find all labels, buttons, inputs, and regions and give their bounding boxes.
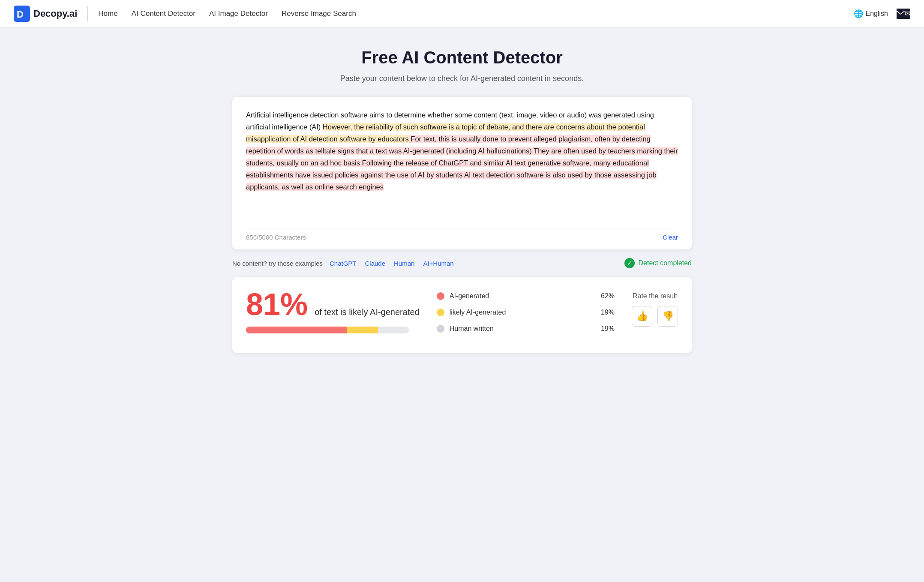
legend-label-likely: likely AI-generated <box>450 309 596 316</box>
big-percent: 81% <box>246 289 308 320</box>
example-chatgpt[interactable]: ChatGPT <box>330 260 357 267</box>
language-button[interactable]: 🌐 English <box>854 9 888 18</box>
likely-text: of text is likely AI-generated <box>315 307 420 317</box>
textarea-footer: 856/5000 Characters Clear <box>246 228 678 241</box>
progress-human-segment <box>378 327 409 333</box>
navbar-right: 🌐 English ✉ <box>854 9 910 19</box>
logo-link[interactable]: D Decopy.ai <box>14 6 77 22</box>
legend-label-ai: AI-generated <box>450 292 596 300</box>
progress-ai-segment <box>246 327 347 333</box>
progress-likely-segment <box>347 327 378 333</box>
detect-status: ✓ Detect completed <box>624 258 692 268</box>
progress-bar <box>246 327 409 333</box>
example-human[interactable]: Human <box>394 260 414 267</box>
thumbup-button[interactable]: 👍 <box>632 306 652 327</box>
legend-item-ai: AI-generated 62% <box>437 292 615 300</box>
example-claude[interactable]: Claude <box>365 260 385 267</box>
page-title: Free AI Content Detector <box>232 48 692 67</box>
textarea-card[interactable]: Artificial intelligence detection softwa… <box>232 97 692 249</box>
results-rate: Rate the result 👍 👎 <box>632 289 678 327</box>
example-ai-human[interactable]: AI+Human <box>423 260 453 267</box>
navbar-divider <box>87 6 88 21</box>
main-content: Free AI Content Detector Paste your cont… <box>222 27 702 370</box>
mail-icon[interactable]: ✉ <box>897 9 910 19</box>
rate-buttons: 👍 👎 <box>632 306 678 327</box>
rate-label: Rate the result <box>633 292 677 300</box>
legend-pct-likely: 19% <box>601 309 615 316</box>
globe-icon: 🌐 <box>854 9 863 18</box>
thumbup-icon: 👍 <box>636 311 648 322</box>
char-count: 856/5000 Characters <box>246 234 306 241</box>
navbar-links: Home AI Content Detector AI Image Detect… <box>98 9 853 18</box>
results-legend: AI-generated 62% likely AI-generated 19%… <box>437 289 615 341</box>
mail-svg <box>897 11 905 17</box>
legend-pct-ai: 62% <box>601 292 615 300</box>
logo-icon: D <box>14 6 30 22</box>
clear-button[interactable]: Clear <box>663 234 678 241</box>
detect-status-label: Detect completed <box>638 259 692 267</box>
check-circle-icon: ✓ <box>624 258 635 268</box>
nav-home[interactable]: Home <box>98 9 117 18</box>
percent-value: 81 <box>246 287 280 321</box>
thumbdown-icon: 👎 <box>662 311 674 322</box>
examples-label: No content? try those examples <box>232 260 323 267</box>
results-left: 81% of text is likely AI-generated <box>246 289 420 333</box>
legend-item-human: Human written 19% <box>437 325 615 333</box>
legend-dot-ai <box>437 292 444 300</box>
svg-text:D: D <box>17 9 24 20</box>
legend-dot-likely <box>437 309 444 316</box>
legend-pct-human: 19% <box>601 325 615 333</box>
content-highlight-pink: For text, this is usually done to preven… <box>246 135 678 191</box>
navbar: D Decopy.ai Home AI Content Detector AI … <box>0 0 924 27</box>
percent-symbol: % <box>280 287 308 321</box>
legend-dot-human <box>437 325 444 333</box>
page-subtitle: Paste your content below to check for AI… <box>232 74 692 83</box>
legend-label-human: Human written <box>450 325 596 333</box>
thumbdown-button[interactable]: 👎 <box>657 306 678 327</box>
examples-row: No content? try those examples ChatGPT C… <box>232 258 692 268</box>
nav-reverse-image[interactable]: Reverse Image Search <box>282 9 356 18</box>
nav-ai-image[interactable]: AI Image Detector <box>209 9 268 18</box>
legend-item-likely: likely AI-generated 19% <box>437 309 615 316</box>
lang-label: English <box>866 10 888 18</box>
content-display: Artificial intelligence detection softwa… <box>246 109 678 220</box>
logo-text: Decopy.ai <box>33 8 77 19</box>
percent-row: 81% of text is likely AI-generated <box>246 289 420 320</box>
results-card: 81% of text is likely AI-generated AI-ge… <box>232 277 692 353</box>
nav-ai-content[interactable]: AI Content Detector <box>132 9 195 18</box>
